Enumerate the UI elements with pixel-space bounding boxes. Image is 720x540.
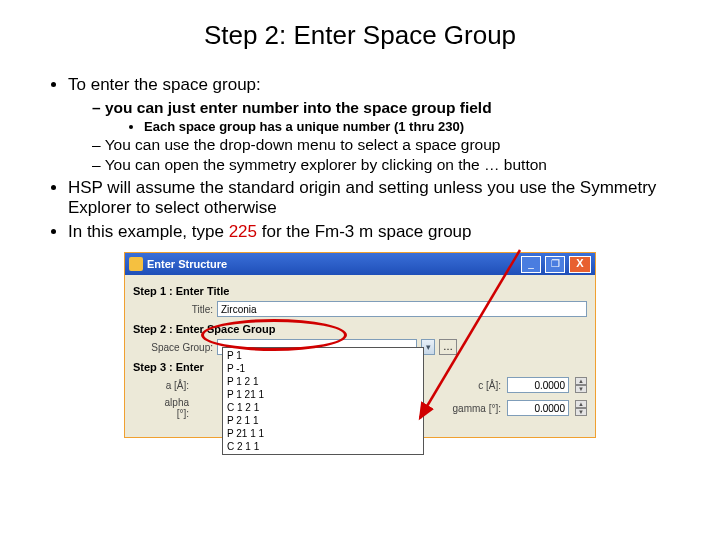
window-title: Enter Structure <box>147 258 227 270</box>
step1-label: Step 1 : Enter Title <box>133 285 587 297</box>
app-icon <box>129 257 143 271</box>
sg-option[interactable]: P 2 1 1 <box>223 414 423 427</box>
sg-option[interactable]: C 2 1 1 <box>223 440 423 453</box>
sg-option[interactable]: P 1 21 1 <box>223 388 423 401</box>
c-input[interactable]: 0.0000 <box>507 377 569 393</box>
space-group-label: Space Group: <box>151 342 213 353</box>
bullet-3: In this example, type 225 for the Fm-3 m… <box>68 222 680 242</box>
sg-option[interactable]: P -1 <box>223 362 423 375</box>
a-label: a [Å]: <box>151 380 189 391</box>
bullet-list: To enter the space group: you can just e… <box>40 75 680 242</box>
bullet-1a: you can just enter number into the space… <box>92 99 680 134</box>
dialog-window: Enter Structure _ ❐ X Step 1 : Enter Tit… <box>124 252 596 438</box>
bullet-1b: You can use the drop-down menu to select… <box>92 136 680 154</box>
bullet-3-pre: In this example, type <box>68 222 229 241</box>
c-label: c [Å]: <box>463 380 501 391</box>
gamma-input[interactable]: 0.0000 <box>507 400 569 416</box>
slide-title: Step 2: Enter Space Group <box>40 20 680 51</box>
bullet-3-post: for the Fm-3 m space group <box>257 222 471 241</box>
sg-option[interactable]: P 1 <box>223 349 423 362</box>
maximize-button[interactable]: ❐ <box>545 256 565 273</box>
symmetry-explorer-button[interactable]: … <box>439 339 457 355</box>
gamma-label: gamma [°]: <box>451 403 501 414</box>
titlebar: Enter Structure _ ❐ X <box>125 253 595 275</box>
bullet-1: To enter the space group: you can just e… <box>68 75 680 174</box>
sg-option[interactable]: P 21 1 1 <box>223 427 423 440</box>
close-button[interactable]: X <box>569 256 591 273</box>
space-group-dropdown-list[interactable]: P 1 P -1 P 1 2 1 P 1 21 1 C 1 2 1 P 2 1 … <box>222 347 424 455</box>
bullet-1-text: To enter the space group: <box>68 75 261 94</box>
bullet-1c: You can open the symmetry explorer by cl… <box>92 156 680 174</box>
bullet-2: HSP will assume the standard origin and … <box>68 178 680 218</box>
alpha-label: alpha [°]: <box>151 397 189 419</box>
gamma-spinner[interactable]: ▲▼ <box>575 400 587 416</box>
c-spinner[interactable]: ▲▼ <box>575 377 587 393</box>
minimize-button[interactable]: _ <box>521 256 541 273</box>
title-field-label: Title: <box>151 304 213 315</box>
title-input[interactable]: Zirconia <box>217 301 587 317</box>
sg-option[interactable]: P 1 2 1 <box>223 375 423 388</box>
step2-label: Step 2 : Enter Space Group <box>133 323 587 335</box>
sg-option[interactable]: C 1 2 1 <box>223 401 423 414</box>
bullet-1a1: Each space group has a unique number (1 … <box>144 119 680 134</box>
bullet-3-num: 225 <box>229 222 257 241</box>
